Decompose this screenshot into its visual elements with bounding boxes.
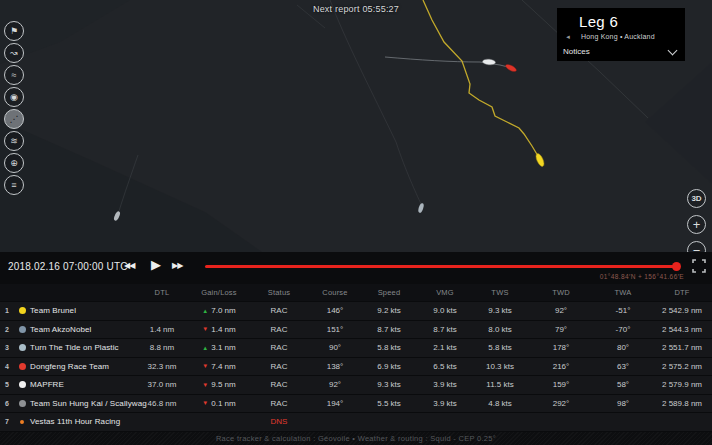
cell-course: 92° [310,380,360,389]
team-name: Team Brunel [30,306,134,315]
cell-vmg: 3.9 kts [418,380,472,389]
graticule-icon: ⊕ [10,159,18,168]
cell-tws: 9.3 kts [472,306,528,315]
column-header-dtf: DTF [652,288,712,297]
leg-route-label: Hong Kong • Auckland [581,33,655,40]
notices-label: Notices [563,47,590,56]
zoom-in-button[interactable]: + [687,215,706,234]
table-row[interactable]: 2 Team AkzoNobel 1.4 nm ▼1.4 nm RAC 151°… [0,320,712,339]
fast-forward-button[interactable]: ▶▶ [172,262,182,270]
cell-status: RAC [248,325,310,334]
previous-leg-arrow-icon[interactable]: ◄ [565,34,571,40]
timeline-bar: 2018.02.16 07:00:00 UTC ◀◀ ▶ ▶▶ 01°48.84… [0,252,712,284]
cell-twd: 79° [528,325,594,334]
timeline-slider[interactable] [205,265,679,268]
cell-course: 90° [310,343,360,352]
timeline-datetime: 2018.02.16 07:00:00 UTC [8,261,128,272]
wind-layer-button[interactable]: ⋰ [4,109,24,129]
land-patch [645,62,712,184]
leg-route: ◄ Hong Kong • Auckland [563,33,677,40]
cell-course: 151° [310,325,360,334]
column-header-dtl: DTL [134,288,190,297]
rank: 1 [0,307,14,314]
graticule-button[interactable]: ⊕ [4,153,24,173]
cell-twd: 178° [528,343,594,352]
boat-marker-yellow[interactable] [534,152,545,167]
wind-button[interactable]: ≈ [4,65,24,85]
table-row[interactable]: 6 Team Sun Hung Kai / Scallywag 46.8 nm … [0,394,712,413]
boat-trail [330,0,421,204]
table-row[interactable]: 1 Team Brunel ▲7.0 nm RAC 146° 9.2 kts 9… [0,301,712,320]
cell-vmg: 3.9 kts [418,399,472,408]
cell-dtf: 2 589.8 nm [652,399,712,408]
team-color-dot [19,307,26,314]
leader-track-yellow [423,0,538,156]
cell-course: 138° [310,362,360,371]
fleet-button[interactable]: ⚑ [4,21,24,41]
cell-speed: 9.3 kts [360,380,418,389]
gain-loss-arrow-icon: ▼ [202,400,208,406]
faint-track [297,5,325,28]
cell-twa: 98° [594,399,652,408]
notices-dropdown[interactable]: Notices [563,47,677,56]
cell-twa: 58° [594,380,652,389]
cell-tws: 11.5 kts [472,380,528,389]
cell-vmg: 8.7 kts [418,325,472,334]
table-row[interactable]: 3 Turn The Tide on Plastic 8.8 nm ▲3.1 n… [0,338,712,357]
cell-speed: 5.5 kts [360,399,418,408]
cell-gain: ▼7.4 nm [190,362,248,371]
gain-loss-value: 9.5 nm [211,380,235,389]
currents-button[interactable]: ≋ [4,131,24,151]
cell-dtf: 2 544.3 nm [652,325,712,334]
legend-button[interactable]: ≡ [4,175,24,195]
rank: 4 [0,363,14,370]
cell-gain: ▼1.4 nm [190,325,248,334]
map-area[interactable]: Next report 05:55:27 ⚑↝≈◉⋰≋⊕≡ Leg 6 ◄ Ho… [0,0,712,252]
column-header-twa: TWA [594,288,652,297]
leg-panel: Leg 6 ◄ Hong Kong • Auckland Notices [557,8,685,61]
play-button[interactable]: ▶ [151,258,161,271]
table-row[interactable]: 7 Vestas 11th Hour Racing DNS [0,412,712,431]
boat-marker-grey-mid[interactable] [417,203,424,214]
cell-dtl: 37.0 nm [134,380,190,389]
chevron-down-icon [668,45,677,54]
gain-loss-arrow-icon: ▲ [202,345,208,351]
boat-marker-white[interactable] [482,59,495,66]
boat-marker-red[interactable] [505,63,518,73]
cell-status: DNS [248,417,310,426]
column-header-twd: TWD [528,288,594,297]
table-header: DTLGain/LossStatusCourseSpeedVMGTWSTWDTW… [0,284,712,301]
cell-dtf: 2 579.9 nm [652,380,712,389]
fullscreen-button[interactable] [692,259,706,276]
cell-speed: 9.2 kts [360,306,418,315]
column-header-course: Course [310,288,360,297]
zoom-out-button[interactable]: − [687,241,706,252]
table-row[interactable]: 5 MAPFRE 37.0 nm ▼9.5 nm RAC 92° 9.3 kts… [0,375,712,394]
cell-vmg: 9.0 kts [418,306,472,315]
cell-vmg: 6.5 kts [418,362,472,371]
gain-loss-arrow-icon: ▼ [202,382,208,388]
gain-loss-value: 1.4 nm [211,325,235,334]
cell-twd: 92° [528,306,594,315]
team-name: Vestas 11th Hour Racing [30,417,134,426]
map-toolbar: ⚑↝≈◉⋰≋⊕≡ [4,21,24,195]
cell-status: RAC [248,399,310,408]
column-header-status: Status [248,288,310,297]
slider-handle[interactable] [672,262,681,271]
team-name: Team AkzoNobel [30,325,134,334]
rewind-button[interactable]: ◀◀ [124,262,134,270]
wind-icon: ≈ [12,71,17,80]
cell-twa: 63° [594,362,652,371]
route-button[interactable]: ↝ [4,43,24,63]
gain-loss-value: 3.1 nm [211,343,235,352]
gain-loss-arrow-icon: ▲ [202,308,208,314]
cell-twa: -70° [594,325,652,334]
column-header-gainloss: Gain/Loss [190,288,248,297]
view-3d-button[interactable]: 3D [687,189,706,208]
team-color-indicator [14,307,30,314]
cell-dtl: 8.8 nm [134,343,190,352]
cell-tws: 4.8 kts [472,399,528,408]
boat-info-button[interactable]: ◉ [4,87,24,107]
cell-tws: 10.3 kts [472,362,528,371]
table-row[interactable]: 4 Dongfeng Race Team 32.3 nm ▼7.4 nm RAC… [0,357,712,376]
